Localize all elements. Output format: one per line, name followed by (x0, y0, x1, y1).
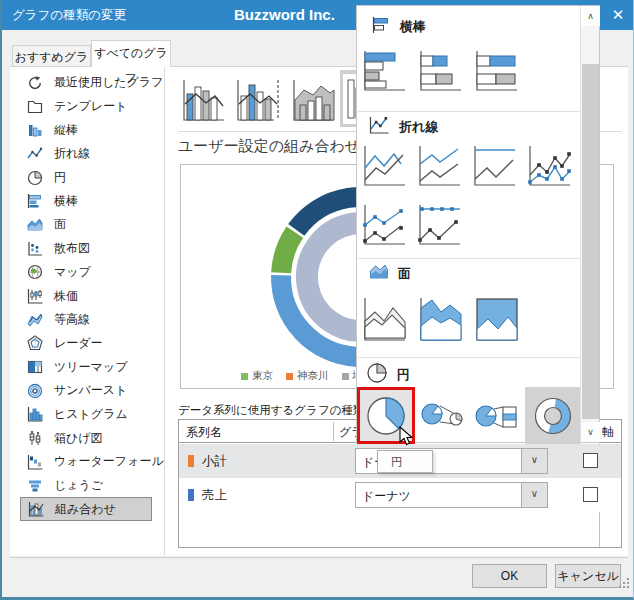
section-line: 折れ線 (368, 116, 438, 137)
scatter-chart-icon (27, 241, 44, 257)
thumb-stacked-line-100[interactable] (472, 144, 518, 188)
chart-type-dropdown-panel: 横棒 折れ線 (356, 5, 600, 443)
thumb-doughnut-selected[interactable] (525, 387, 581, 444)
sidebar-item-sunburst[interactable]: サンバースト (10, 379, 164, 403)
thumb-line-markers[interactable] (527, 144, 573, 188)
thumb-stacked-line[interactable] (417, 144, 463, 188)
resize-grip[interactable] (619, 575, 630, 593)
header-secondary-axis: 軸 (602, 424, 614, 441)
legend-swatch-saitama (342, 373, 349, 380)
thumb-clustered-bar[interactable] (362, 49, 408, 93)
sidebar-item-combo[interactable]: 組み合わせ (20, 497, 152, 521)
scroll-up-icon[interactable]: ∧ (581, 6, 600, 26)
dialog-title: グラフの種類の変更 (12, 0, 126, 30)
waterfall-chart-icon (27, 454, 44, 470)
combo-dropdown-icon[interactable]: ∨ (521, 483, 547, 507)
thumb-stacked-area-100[interactable] (474, 296, 520, 343)
box-whisker-chart-icon (27, 430, 44, 446)
chart-type-combo-sales[interactable]: ドーナツ ∨ (355, 482, 548, 508)
preview-legend: 東京 神奈川 埼玉 (241, 369, 374, 383)
mouse-cursor (399, 426, 414, 451)
pie-chart-icon (27, 170, 44, 186)
sidebar-item-column[interactable]: 縦棒 (10, 118, 164, 142)
series-swatch (188, 489, 194, 501)
funnel-chart-icon (27, 478, 44, 494)
combo-thumb-column-line[interactable] (180, 76, 228, 130)
chart-type-sidebar: 最近使用したグラフ テンプレート 縦棒 折れ線 円 横棒 面 散布図 (10, 71, 164, 521)
template-icon (27, 99, 44, 115)
section-bar: 横棒 (371, 16, 426, 37)
sidebar-item-line[interactable]: 折れ線 (10, 142, 164, 166)
combo-thumb-column-line-secondary-axis[interactable] (234, 76, 282, 130)
legend-swatch-tokyo (241, 373, 248, 380)
series-name: 売上 (202, 487, 227, 504)
sidebar-item-area[interactable]: 面 (10, 213, 164, 237)
thumb-bar-of-pie[interactable] (471, 387, 521, 444)
section-pie: 円 (366, 362, 410, 387)
close-icon[interactable]: ✕ (600, 0, 634, 30)
section-divider (358, 111, 581, 112)
custom-combination-heading: ユーザー設定の組み合わせ (178, 137, 360, 156)
scroll-down-icon[interactable]: ∨ (581, 422, 600, 442)
sidebar-divider (164, 66, 165, 556)
combo-chart-icon (28, 501, 45, 517)
thumb-area[interactable] (362, 296, 408, 343)
sidebar-item-scatter[interactable]: 散布図 (10, 237, 164, 261)
treemap-chart-icon (27, 359, 44, 375)
combo-dropdown-icon[interactable]: ∨ (521, 449, 547, 473)
thumb-stacked-area[interactable] (418, 296, 464, 343)
column-chart-icon (27, 122, 44, 138)
line-section-icon (368, 116, 390, 137)
sidebar-item-pie[interactable]: 円 (10, 166, 164, 190)
section-area: 面 (369, 263, 411, 284)
surface-chart-icon (27, 312, 44, 328)
legend-item: 神奈川 (286, 369, 329, 383)
sidebar-item-stock[interactable]: 株価 (10, 284, 164, 308)
change-chart-type-dialog: グラフの種類の変更 Buzzword Inc. ✕ おすすめグラフ すべてのグラ… (0, 0, 634, 600)
sidebar-item-histogram[interactable]: ヒストグラム (10, 403, 164, 427)
thumb-stacked-line-markers[interactable] (362, 203, 408, 247)
thumb-line[interactable] (362, 144, 408, 188)
area-section-icon (369, 263, 389, 284)
line-chart-icon (27, 146, 44, 162)
thumb-pie-of-pie[interactable] (417, 387, 467, 444)
series-name: 小計 (202, 453, 227, 470)
secondary-axis-checkbox-sales[interactable] (583, 487, 598, 502)
thumb-stacked-bar[interactable] (418, 49, 464, 93)
thumb-stacked-bar-100[interactable] (474, 49, 520, 93)
scrollbar-thumb[interactable] (582, 64, 599, 419)
sidebar-item-radar[interactable]: レーダー (10, 332, 164, 356)
sidebar-item-funnel[interactable]: じょうご (10, 474, 164, 498)
bar-chart-icon (27, 193, 44, 209)
sidebar-item-recent[interactable]: 最近使用したグラフ (10, 71, 164, 95)
sidebar-item-map[interactable]: マップ (10, 261, 164, 285)
sidebar-item-box-whisker[interactable]: 箱ひげ図 (10, 426, 164, 450)
table-row-sales[interactable]: 売上 ドーナツ ∨ (179, 478, 621, 512)
combo-thumb-area-column[interactable] (290, 76, 338, 130)
secondary-axis-checkbox-subtotal[interactable] (583, 453, 598, 468)
panel-scrollbar[interactable]: ∧ ∨ (580, 6, 599, 442)
map-chart-icon (27, 264, 44, 280)
sidebar-item-waterfall[interactable]: ウォーターフォール (10, 450, 164, 474)
tab-all-charts[interactable]: すべてのグラフ (91, 40, 171, 67)
sidebar-item-bar[interactable]: 横棒 (10, 189, 164, 213)
header-series-name: 系列名 (186, 424, 222, 441)
app-name: Buzzword Inc. (234, 0, 335, 30)
series-swatch (188, 455, 194, 467)
thumb-stacked-line-100-markers[interactable] (417, 203, 463, 247)
sidebar-item-treemap[interactable]: ツリーマップ (10, 355, 164, 379)
tab-recommended-charts[interactable]: おすすめグラフ (12, 45, 91, 67)
pie-section-icon (366, 362, 388, 387)
sidebar-item-surface[interactable]: 等高線 (10, 308, 164, 332)
recent-charts-icon (27, 75, 44, 91)
cancel-button[interactable]: キャンセル (555, 564, 621, 588)
footer-divider (10, 557, 628, 558)
section-divider (358, 258, 581, 259)
ok-button[interactable]: OK (472, 564, 547, 588)
legend-item: 東京 (241, 369, 273, 383)
radar-chart-icon (27, 335, 44, 351)
header-divider (333, 422, 334, 441)
bar-section-icon (371, 16, 391, 37)
sidebar-item-template[interactable]: テンプレート (10, 95, 164, 119)
legend-swatch-kanagawa (286, 373, 293, 380)
